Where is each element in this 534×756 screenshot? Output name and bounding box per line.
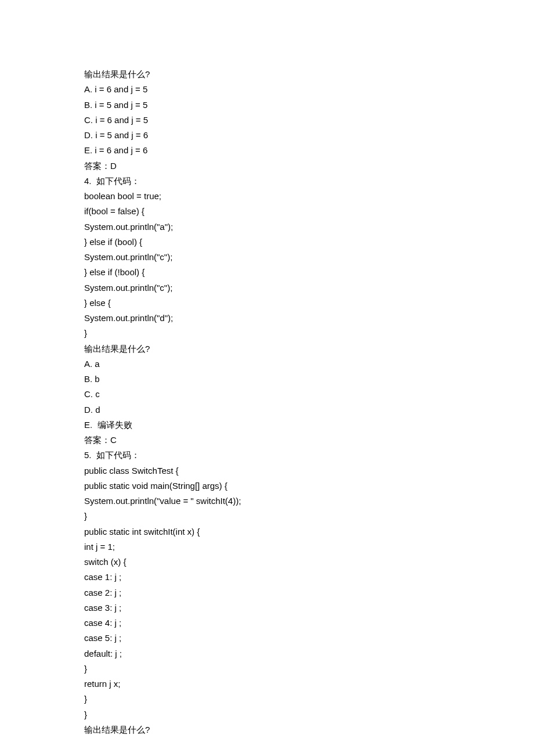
text-line: System.out.println("a"); xyxy=(84,219,450,235)
text-line: return j x; xyxy=(84,676,450,692)
text-line: case 3: j ; xyxy=(84,600,450,615)
text-line: System.out.println("c"); xyxy=(84,250,450,265)
text-line: } xyxy=(84,707,450,722)
document-page: 输出结果是什么?A. i = 6 and j = 5B. i = 5 and j… xyxy=(0,0,534,756)
text-line: A. i = 6 and j = 5 xyxy=(84,82,450,97)
text-line: B. i = 5 and j = 5 xyxy=(84,98,450,113)
text-line: } xyxy=(84,509,450,524)
text-line: } else if (bool) { xyxy=(84,235,450,250)
text-line: switch (x) { xyxy=(84,555,450,570)
text-line: C. i = 6 and j = 5 xyxy=(84,113,450,128)
text-line: 4. 如下代码： xyxy=(84,174,450,189)
text-line: if(bool = false) { xyxy=(84,204,450,219)
text-line: case 4: j ; xyxy=(84,615,450,631)
text-line: 输出结果是什么? xyxy=(84,341,450,357)
text-line: public static int switchIt(int x) { xyxy=(84,524,450,539)
text-line: case 2: j ; xyxy=(84,585,450,600)
text-line: case 1: j ; xyxy=(84,570,450,585)
text-line: 输出结果是什么? xyxy=(84,67,450,82)
text-line: System.out.println("d"); xyxy=(84,311,450,326)
text-line: 答案：D xyxy=(84,159,450,174)
text-line: case 5: j ; xyxy=(84,631,450,646)
text-line: 5. 如下代码： xyxy=(84,448,450,463)
text-line: public static void main(String[] args) { xyxy=(84,478,450,494)
text-line: } xyxy=(84,661,450,676)
text-line: } xyxy=(84,326,450,341)
text-line: B. b xyxy=(84,372,450,387)
text-line: C. c xyxy=(84,387,450,402)
text-line: E. i = 6 and j = 6 xyxy=(84,143,450,158)
text-line: public class SwitchTest { xyxy=(84,463,450,478)
text-line: A. a xyxy=(84,357,450,372)
text-line: int j = 1; xyxy=(84,539,450,555)
text-line: System.out.println("c"); xyxy=(84,280,450,296)
text-line: default: j ; xyxy=(84,646,450,661)
text-line: } xyxy=(84,692,450,707)
text-line: 输出结果是什么? xyxy=(84,722,450,737)
text-line: E. 编译失败 xyxy=(84,417,450,433)
document-body: 输出结果是什么?A. i = 6 and j = 5B. i = 5 and j… xyxy=(84,67,450,737)
text-line: D. d xyxy=(84,402,450,417)
text-line: boolean bool = true; xyxy=(84,189,450,204)
text-line: 答案：C xyxy=(84,433,450,448)
text-line: } else if (!bool) { xyxy=(84,265,450,280)
text-line: System.out.println("value = " switchIt(4… xyxy=(84,494,450,509)
text-line: } else { xyxy=(84,296,450,311)
text-line: D. i = 5 and j = 6 xyxy=(84,128,450,143)
